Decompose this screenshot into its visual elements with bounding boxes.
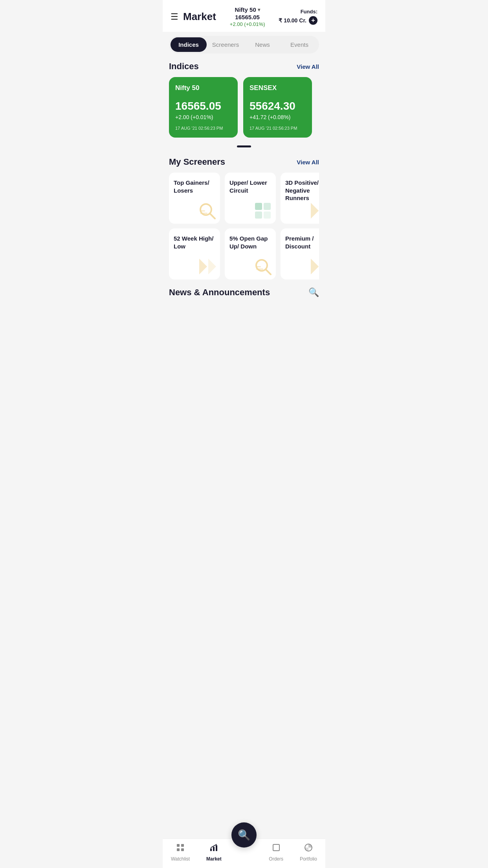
screeners-row-2: 52 Week High/ Low 5% Open Gap Up/ Down — [169, 228, 319, 280]
header: ☰ Market Nifty 50 ▾ 16565.05 +2.00 (+0.0… — [163, 0, 325, 32]
hamburger-icon[interactable]: ☰ — [171, 12, 178, 22]
svg-line-1 — [210, 213, 215, 219]
svg-marker-11 — [208, 259, 216, 274]
index-card-nifty[interactable]: Nifty 50 16565.05 +2.00 (+0.01%) 17 AUG … — [169, 77, 238, 138]
tab-screeners[interactable]: Screeners — [207, 37, 244, 52]
runner-icon-3 — [309, 257, 319, 276]
screeners-section: My Screeners View All Top Gainers/ Loser… — [163, 149, 325, 280]
indices-cards-scroll: Nifty 50 16565.05 +2.00 (+0.01%) 17 AUG … — [169, 77, 319, 142]
indices-section-title: Indices — [169, 61, 199, 72]
nifty-label[interactable]: Nifty 50 ▾ — [235, 6, 260, 13]
indices-view-all[interactable]: View All — [297, 63, 319, 70]
tab-indices[interactable]: Indices — [171, 37, 207, 52]
circuit-icon — [253, 201, 273, 221]
screeners-view-all[interactable]: View All — [297, 159, 319, 166]
index-change-sensex: +41.72 (+0.08%) — [250, 114, 306, 120]
runner-icon — [309, 201, 319, 221]
nifty-value: 16565.05 — [235, 14, 260, 20]
nifty-name: Nifty 50 — [235, 6, 256, 13]
indices-section: Indices View All Nifty 50 16565.05 +2.00… — [163, 53, 325, 147]
indices-section-header: Indices View All — [169, 61, 319, 72]
svg-rect-6 — [255, 211, 262, 219]
svg-rect-2 — [200, 213, 207, 214]
svg-marker-16 — [311, 259, 319, 274]
screener-title-premium-discount: Premium / Discount — [285, 235, 319, 250]
funds-label: Funds: — [301, 9, 317, 15]
header-center: Nifty 50 ▾ 16565.05 +2.00 (+0.01%) — [230, 6, 265, 27]
index-time-nifty: 17 AUG '21 02:56:23 PM — [175, 126, 231, 131]
svg-rect-14 — [256, 268, 263, 270]
funds-value: ₹ 10.00 Cr. — [279, 17, 306, 24]
news-section: News & Announcements 🔍 — [163, 280, 325, 337]
screener-card-upper-lower[interactable]: Upper/ Lower Circuit — [225, 173, 276, 224]
index-time-sensex: 17 AUG '21 02:56:23 PM — [250, 126, 306, 131]
svg-rect-5 — [264, 203, 271, 210]
svg-rect-4 — [255, 203, 262, 210]
screener-card-5pct-gap[interactable]: 5% Open Gap Up/ Down — [225, 228, 276, 280]
screener-title-upper-lower: Upper/ Lower Circuit — [229, 179, 271, 194]
svg-line-13 — [266, 269, 271, 274]
index-value-sensex: 55624.30 — [250, 100, 306, 112]
screeners-section-title: My Screeners — [169, 157, 225, 167]
svg-marker-10 — [199, 259, 207, 274]
index-card-sensex[interactable]: SENSEX 55624.30 +41.72 (+0.08%) 17 AUG '… — [243, 77, 312, 138]
tab-events[interactable]: Events — [281, 37, 317, 52]
screener-title-top-gainers: Top Gainers/ Losers — [174, 179, 215, 194]
scan-icon-2 — [253, 257, 273, 276]
index-name-nifty: Nifty 50 — [175, 84, 231, 92]
screener-title-52week: 52 Week High/ Low — [174, 235, 215, 250]
screeners-section-header: My Screeners View All — [169, 157, 319, 167]
scroll-indicator — [169, 145, 319, 147]
index-name-sensex: SENSEX — [250, 84, 306, 92]
screener-title-5pct-gap: 5% Open Gap Up/ Down — [229, 235, 271, 250]
svg-marker-8 — [311, 203, 319, 219]
header-left: ☰ Market — [171, 11, 216, 23]
svg-rect-15 — [256, 266, 261, 267]
scan-icon — [197, 201, 217, 221]
news-search-icon[interactable]: 🔍 — [308, 287, 319, 298]
screeners-grid: Top Gainers/ Losers Upper/ Lower Circuit — [169, 173, 319, 280]
runner-icon-2 — [197, 257, 217, 276]
index-change-nifty: +2.00 (+0.01%) — [175, 114, 231, 120]
tab-news[interactable]: News — [244, 37, 281, 52]
svg-rect-3 — [200, 210, 205, 211]
index-value-nifty: 16565.05 — [175, 100, 231, 112]
screeners-row-1: Top Gainers/ Losers Upper/ Lower Circuit — [169, 173, 319, 224]
screener-card-3d-runners[interactable]: 3D Positive/ Negative Runners — [281, 173, 319, 224]
screener-title-3d-runners: 3D Positive/ Negative Runners — [285, 179, 319, 202]
screener-card-52week[interactable]: 52 Week High/ Low — [169, 228, 220, 280]
screener-card-premium-discount[interactable]: Premium / Discount — [281, 228, 319, 280]
add-funds-button[interactable]: + — [309, 16, 317, 25]
funds-amount: ₹ 10.00 Cr. + — [279, 16, 317, 25]
news-section-header: News & Announcements 🔍 — [169, 287, 319, 298]
scroll-dot — [237, 145, 251, 147]
screener-card-top-gainers[interactable]: Top Gainers/ Losers — [169, 173, 220, 224]
tab-bar: Indices Screeners News Events — [169, 36, 319, 53]
svg-rect-7 — [264, 211, 271, 219]
chevron-down-icon: ▾ — [258, 7, 260, 13]
header-right: Funds: ₹ 10.00 Cr. + — [279, 9, 317, 25]
news-section-title: News & Announcements — [169, 287, 270, 298]
nifty-change: +2.00 (+0.01%) — [230, 21, 265, 27]
app-title: Market — [183, 11, 216, 23]
